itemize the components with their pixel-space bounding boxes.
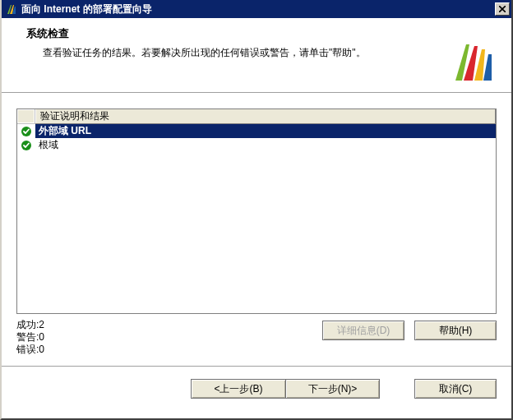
warning-label: 警告	[16, 331, 36, 343]
window-title: 面向 Internet 的部署配置向导	[21, 2, 495, 16]
list-row[interactable]: 外部域 URL	[17, 124, 496, 138]
list-header-label[interactable]: 验证说明和结果	[35, 108, 496, 124]
list-row-label: 根域	[35, 138, 496, 152]
list-header-icon-col	[17, 109, 35, 123]
cancel-button[interactable]: 取消(C)	[414, 379, 497, 399]
back-button[interactable]: <上一步(B)	[191, 379, 285, 399]
error-label: 错误	[16, 344, 36, 355]
page-description: 查看验证任务的结果。若要解决所出现的任何错误或警告，请单击"帮助"。	[43, 46, 497, 60]
warning-value: 0	[39, 331, 44, 343]
help-button[interactable]: 帮助(H)	[414, 321, 497, 340]
success-value: 2	[39, 319, 44, 330]
stats-row: 成功:2 警告:0 错误:0 详细信息(D) 帮助(H)	[2, 314, 511, 364]
details-button[interactable]: 详细信息(D)	[322, 321, 404, 340]
wizard-nav-bar: <上一步(B) 下一步(N)> 取消(C)	[2, 367, 511, 412]
list-row-label: 外部域 URL	[35, 124, 496, 138]
next-button[interactable]: 下一步(N)>	[285, 379, 380, 399]
close-button[interactable]	[495, 2, 510, 16]
results-listview[interactable]: 验证说明和结果 外部域 URL	[16, 108, 497, 314]
list-header: 验证说明和结果	[17, 109, 496, 124]
nav-button-group: <上一步(B) 下一步(N)>	[191, 379, 380, 399]
app-icon	[5, 2, 18, 16]
stats-text: 成功:2 警告:0 错误:0	[16, 319, 322, 356]
error-value: 0	[39, 344, 44, 355]
wizard-window: 面向 Internet 的部署配置向导 系统检查 查看验证任务的结果。若要解决所…	[0, 0, 513, 420]
info-buttons: 详细信息(D) 帮助(H)	[322, 319, 497, 340]
list-body: 外部域 URL 根域	[17, 124, 496, 152]
svg-marker-6	[483, 54, 492, 81]
titlebar: 面向 Internet 的部署配置向导	[2, 0, 511, 18]
success-label: 成功	[16, 319, 36, 330]
success-icon	[17, 140, 35, 151]
page-title: 系统检查	[26, 26, 497, 41]
wizard-header: 系统检查 查看验证任务的结果。若要解决所出现的任何错误或警告，请单击"帮助"。	[2, 18, 511, 92]
dynamics-logo-icon	[452, 38, 493, 83]
content-area: 验证说明和结果 外部域 URL	[2, 94, 511, 314]
list-row[interactable]: 根域	[17, 138, 496, 152]
success-icon	[17, 126, 35, 137]
